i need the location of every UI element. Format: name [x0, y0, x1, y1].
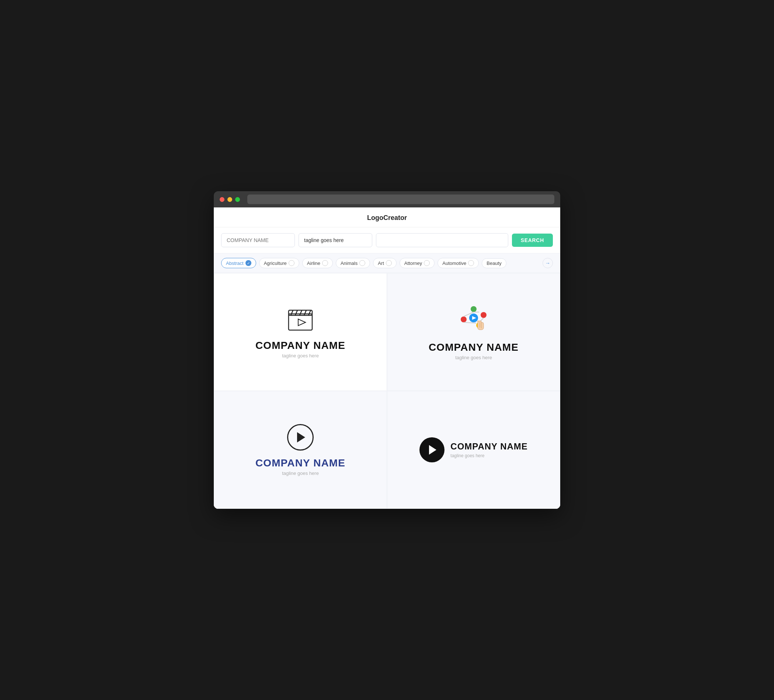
logo-card-3[interactable]: COMPANY NAME tagline goes here: [214, 391, 387, 509]
tagline-3: tagline goes here: [282, 471, 319, 476]
category-bar: Abstract ✓ Agriculture Airline Animals A…: [214, 253, 560, 273]
category-check-icon: [322, 260, 328, 266]
category-label: Attorney: [404, 261, 422, 266]
logo-card-1[interactable]: COMPANY NAME tagline goes here: [214, 273, 387, 391]
tagline-input[interactable]: [299, 233, 372, 247]
svg-line-2: [291, 310, 293, 315]
category-chip-attorney[interactable]: Attorney: [400, 258, 435, 268]
category-chip-abstract[interactable]: Abstract ✓: [221, 258, 256, 268]
svg-line-5: [304, 310, 306, 315]
play-badge-icon: [419, 438, 445, 462]
browser-window: LogoCreator SEARCH Abstract ✓ Agricultur…: [214, 191, 560, 509]
search-bar: SEARCH: [214, 227, 560, 253]
category-check-icon: [468, 260, 474, 266]
logo-grid: COMPANY NAME tagline goes here: [214, 273, 560, 509]
color-input[interactable]: [376, 233, 508, 247]
company-name-1: COMPANY NAME: [255, 340, 346, 352]
svg-rect-0: [289, 314, 312, 330]
svg-point-9: [461, 317, 466, 322]
category-label: Agriculture: [264, 261, 287, 266]
svg-line-6: [309, 310, 311, 315]
category-chip-automotive[interactable]: Automotive: [438, 258, 479, 268]
category-check-icon: [424, 260, 430, 266]
svg-line-4: [299, 310, 302, 315]
close-button[interactable]: [220, 197, 225, 202]
app-header: LogoCreator: [214, 207, 560, 227]
category-label: Animals: [341, 261, 357, 266]
clapperboard-icon: [286, 306, 315, 333]
browser-content: LogoCreator SEARCH Abstract ✓ Agricultur…: [214, 207, 560, 509]
browser-titlebar: [214, 191, 560, 207]
svg-line-3: [295, 310, 298, 315]
category-next-button[interactable]: →: [542, 258, 553, 268]
category-chip-airline[interactable]: Airline: [302, 258, 333, 268]
category-chip-agriculture[interactable]: Agriculture: [259, 258, 299, 268]
tagline-1: tagline goes here: [282, 353, 319, 358]
category-check-icon: [289, 260, 294, 266]
logo4-text: COMPANY NAME tagline goes here: [450, 441, 528, 458]
company-name-input[interactable]: [221, 233, 295, 247]
category-label: Beauty: [486, 261, 501, 266]
tagline-4: tagline goes here: [450, 453, 528, 458]
category-check-icon: [386, 260, 392, 266]
tagline-2: tagline goes here: [455, 355, 492, 360]
category-chip-animals[interactable]: Animals: [336, 258, 370, 268]
logo-card-2[interactable]: COMPANY NAME tagline goes here: [387, 273, 560, 391]
search-button[interactable]: SEARCH: [512, 234, 553, 247]
category-check-icon: ✓: [245, 260, 251, 266]
company-name-4: COMPANY NAME: [450, 441, 528, 452]
svg-marker-7: [298, 319, 306, 326]
company-name-3: COMPANY NAME: [255, 457, 346, 469]
minimize-button[interactable]: [227, 197, 232, 202]
app-title: LogoCreator: [367, 214, 407, 221]
svg-line-15: [464, 322, 476, 323]
category-label: Abstract: [226, 261, 244, 266]
svg-point-8: [471, 306, 476, 312]
logo-card-4[interactable]: COMPANY NAME tagline goes here: [387, 391, 560, 509]
category-check-icon: [359, 260, 365, 266]
category-label: Airline: [307, 261, 320, 266]
category-label: Automotive: [442, 261, 466, 266]
logo4-container: COMPANY NAME tagline goes here: [419, 438, 528, 462]
svg-point-10: [481, 312, 486, 318]
category-label: Art: [378, 261, 384, 266]
maximize-button[interactable]: [235, 197, 240, 202]
url-bar: [247, 195, 554, 204]
category-chip-art[interactable]: Art: [373, 258, 397, 268]
company-name-2: COMPANY NAME: [428, 342, 519, 353]
play-circle-icon: [287, 424, 314, 451]
category-chip-beauty[interactable]: Beauty: [482, 258, 506, 268]
network-icon: [457, 304, 490, 335]
